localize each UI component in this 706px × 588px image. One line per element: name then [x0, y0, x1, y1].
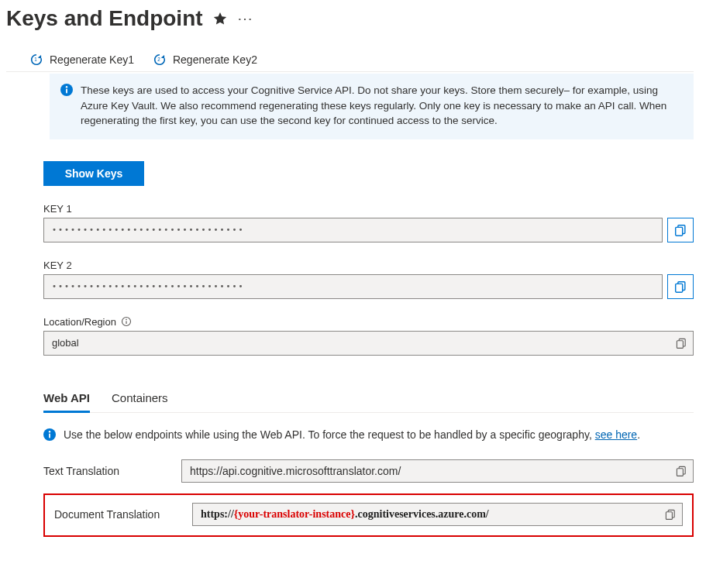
- show-keys-button[interactable]: Show Keys: [43, 161, 144, 186]
- region-value[interactable]: global: [43, 331, 694, 356]
- tab-containers[interactable]: Containers: [112, 385, 168, 412]
- copy-icon: [675, 465, 687, 477]
- endpoint-value-document[interactable]: https://{your-translator-instance}.cogni…: [192, 503, 683, 526]
- regenerate-key2-label: Regenerate Key2: [173, 53, 257, 66]
- copy-icon: [675, 337, 687, 349]
- key2-value[interactable]: •••••••••••••••••••••••••••••••: [43, 274, 663, 299]
- svg-rect-10: [126, 321, 126, 324]
- see-here-link[interactable]: see here: [595, 428, 637, 441]
- info-text: These keys are used to access your Cogni…: [81, 83, 683, 129]
- endpoint-label-text: Text Translation: [43, 465, 167, 477]
- copy-key1-button[interactable]: [667, 218, 694, 242]
- star-icon[interactable]: [212, 11, 228, 26]
- info-icon: [43, 428, 56, 441]
- copy-region-button[interactable]: [673, 335, 689, 351]
- copy-endpoint-text-button[interactable]: [673, 463, 689, 479]
- doc-url-variable: {your-translator-instance}: [234, 508, 355, 520]
- info-callout: These keys are used to access your Cogni…: [50, 74, 694, 139]
- doc-url-pre: https://: [201, 508, 234, 520]
- key2-label: KEY 2: [43, 260, 694, 271]
- copy-icon: [673, 223, 687, 237]
- svg-rect-6: [676, 227, 683, 236]
- web-api-info-text-post: .: [637, 428, 640, 441]
- svg-point-16: [49, 431, 50, 432]
- endpoint-row-text: Text Translation https://api.cognitive.m…: [43, 459, 694, 483]
- tab-bar: Web API Containers: [43, 385, 694, 413]
- svg-text:2: 2: [157, 57, 160, 62]
- region-label-text: Location/Region: [43, 316, 116, 328]
- info-icon[interactable]: [121, 316, 132, 327]
- regenerate-key1-label: Regenerate Key1: [50, 53, 134, 66]
- svg-point-4: [66, 86, 67, 88]
- web-api-info-text: Use the below endpoints while using the …: [64, 428, 595, 441]
- endpoint-highlight: Document Translation https://{your-trans…: [43, 493, 694, 537]
- svg-text:1: 1: [34, 57, 37, 62]
- endpoint-label-document: Document Translation: [54, 508, 178, 521]
- copy-icon: [664, 508, 677, 521]
- regenerate-key1-button[interactable]: 1 Regenerate Key1: [29, 53, 134, 67]
- endpoint-value-text[interactable]: https://api.cognitive.microsofttranslato…: [181, 459, 694, 483]
- key1-label: KEY 1: [43, 203, 694, 215]
- svg-rect-8: [676, 284, 683, 292]
- doc-url-post: .cognitiveservices.azure.com/: [355, 508, 489, 520]
- copy-icon: [673, 280, 687, 294]
- copy-key2-button[interactable]: [667, 274, 694, 299]
- header: Keys and Endpoint ⋯: [6, 6, 694, 48]
- regenerate-key2-button[interactable]: 2 Regenerate Key2: [153, 53, 257, 67]
- refresh-icon: 1: [29, 53, 43, 67]
- refresh-icon: 2: [153, 53, 167, 67]
- region-label: Location/Region: [43, 316, 694, 328]
- command-bar: 1 Regenerate Key1 2 Regenerate Key2: [6, 48, 694, 72]
- svg-rect-3: [66, 89, 67, 94]
- svg-rect-20: [666, 512, 672, 520]
- more-icon[interactable]: ⋯: [237, 11, 253, 26]
- content: Show Keys KEY 1 ••••••••••••••••••••••••…: [43, 161, 694, 537]
- svg-rect-13: [677, 340, 683, 348]
- page-title: Keys and Endpoint: [6, 6, 203, 31]
- endpoint-row-document: Document Translation https://{your-trans…: [54, 503, 683, 526]
- info-icon: [60, 84, 73, 96]
- svg-rect-18: [677, 469, 683, 476]
- svg-point-11: [126, 319, 127, 321]
- svg-rect-15: [49, 433, 50, 438]
- key1-value[interactable]: •••••••••••••••••••••••••••••••: [43, 218, 663, 242]
- copy-endpoint-document-button[interactable]: [663, 507, 678, 522]
- web-api-info: Use the below endpoints while using the …: [43, 427, 694, 442]
- tab-web-api[interactable]: Web API: [43, 385, 90, 412]
